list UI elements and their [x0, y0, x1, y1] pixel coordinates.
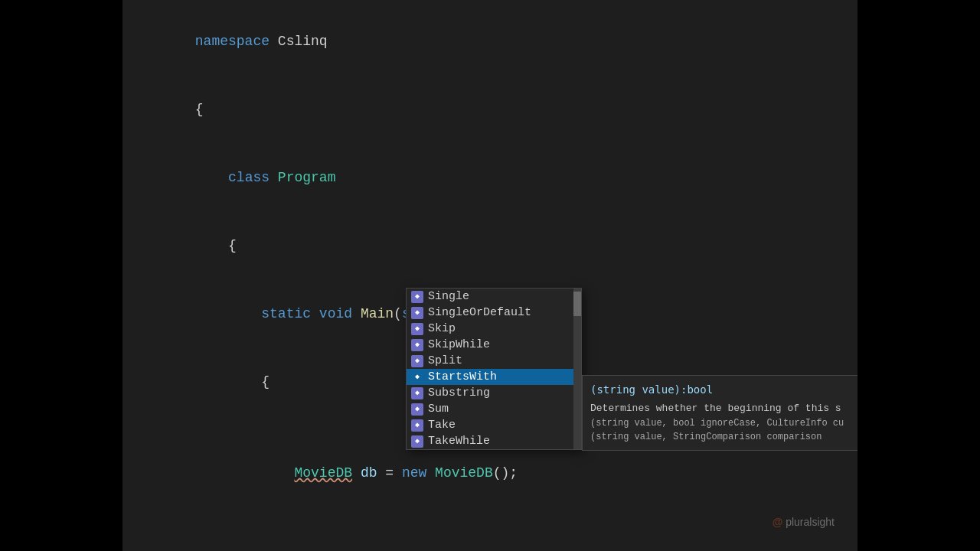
right-black-bar	[858, 0, 980, 551]
tooltip-description3: (string value, StringComparison comparis…	[590, 430, 858, 444]
autocomplete-item-singleordefault[interactable]: ◆ SingleOrDefault	[407, 305, 581, 321]
autocomplete-scrollbar-thumb[interactable]	[573, 292, 581, 316]
method-icon: ◆	[411, 355, 423, 367]
autocomplete-label-takewhile: TakeWhile	[428, 435, 490, 448]
autocomplete-label-skip: Skip	[428, 322, 456, 335]
autocomplete-item-take[interactable]: ◆ Take	[407, 417, 581, 433]
autocomplete-item-single[interactable]: ◆ Single	[407, 289, 581, 305]
left-black-bar	[0, 0, 122, 551]
code-line-10: IEnumerable<Movie> query =	[145, 530, 842, 551]
code-editor: namespace Cslinq { class Program { stati…	[122, 0, 858, 551]
method-icon: ◆	[411, 387, 423, 399]
method-icon: ◆	[411, 419, 423, 432]
autocomplete-label-take: Take	[428, 419, 456, 432]
autocomplete-item-split[interactable]: ◆ Split	[407, 353, 581, 369]
autocomplete-item-sum[interactable]: ◆ Sum	[407, 401, 581, 417]
autocomplete-label-split: Split	[428, 354, 462, 367]
kw-class: class	[228, 170, 270, 185]
method-icon: ◆	[411, 307, 423, 319]
method-icon: ◆	[411, 371, 423, 383]
autocomplete-label-startswith: StartsWith	[428, 370, 497, 383]
method-icon: ◆	[411, 291, 423, 303]
tooltip-description: Determines whether the beginning of this…	[590, 401, 858, 416]
method-icon: ◆	[411, 339, 423, 351]
intellisense-tooltip: (string value):bool Determines whether t…	[582, 375, 858, 451]
code-content: namespace Cslinq { class Program { stati…	[122, 0, 858, 551]
autocomplete-item-startswith[interactable]: ◆ StartsWith	[407, 369, 581, 385]
autocomplete-label-skipwhile: SkipWhile	[428, 338, 490, 351]
code-line-2: {	[145, 76, 842, 144]
autocomplete-label-single: Single	[428, 290, 469, 303]
method-icon: ◆	[411, 435, 423, 448]
autocomplete-scrollbar[interactable]	[573, 289, 581, 449]
autocomplete-item-takewhile[interactable]: ◆ TakeWhile	[407, 433, 581, 449]
autocomplete-label-sum: Sum	[428, 403, 449, 416]
method-icon: ◆	[411, 323, 423, 335]
kw-namespace: namespace	[195, 34, 270, 49]
autocomplete-item-skipwhile[interactable]: ◆ SkipWhile	[407, 337, 581, 353]
method-icon: ◆	[411, 403, 423, 416]
watermark: @ pluralsight	[773, 516, 835, 528]
code-line-1: namespace Cslinq	[145, 8, 842, 76]
autocomplete-label-singleordefault: SingleOrDefault	[428, 306, 531, 319]
autocomplete-label-substring: Substring	[428, 386, 490, 399]
autocomplete-dropdown[interactable]: ◆ Single ◆ SingleOrDefault ◆ Skip ◆ Skip…	[406, 288, 582, 450]
code-line-9	[145, 507, 842, 530]
code-line-4: {	[145, 212, 842, 280]
code-line-3: class Program	[145, 144, 842, 212]
class-name: Program	[278, 170, 336, 185]
autocomplete-item-substring[interactable]: ◆ Substring	[407, 385, 581, 401]
tooltip-signature: (string value):bool	[590, 382, 858, 398]
tooltip-description2: (string value, bool ignoreCase, CultureI…	[590, 416, 858, 430]
autocomplete-item-skip[interactable]: ◆ Skip	[407, 321, 581, 337]
